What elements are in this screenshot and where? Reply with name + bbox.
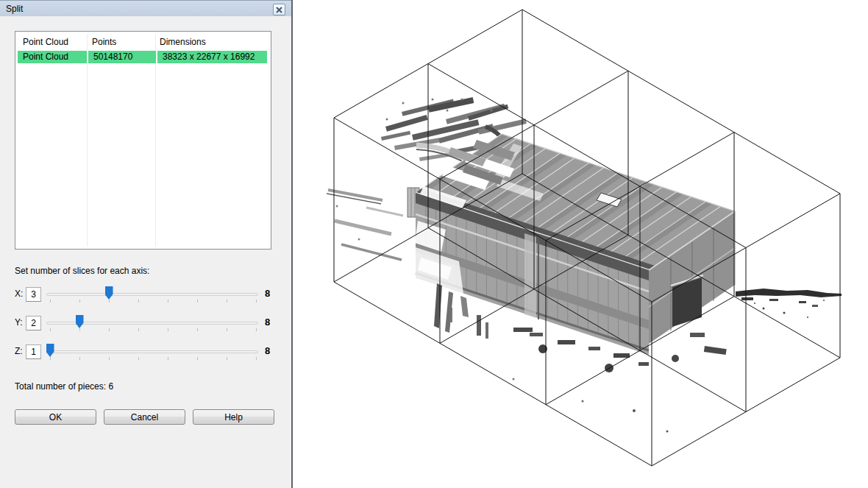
z-slider-track[interactable] — [46, 343, 258, 362]
slider-tick — [50, 328, 51, 331]
z-axis-label: Z: — [15, 343, 26, 356]
slider-tick — [197, 300, 198, 303]
scan-noise-planks — [327, 190, 403, 260]
x-slider-track[interactable] — [46, 286, 258, 305]
slider-tick — [197, 328, 198, 331]
column-separator[interactable] — [87, 34, 88, 247]
x-max-label: 8 — [265, 286, 270, 299]
row-dimensions: 38323 x 22677 x 16992 — [157, 51, 267, 63]
split-dialog: Split Point Cloud Points Dimensions — [0, 0, 293, 488]
column-separator[interactable] — [155, 34, 156, 247]
close-icon — [276, 7, 282, 13]
ok-button[interactable]: OK — [15, 409, 96, 425]
y-axis-label: Y: — [15, 314, 26, 328]
slider-tick — [138, 300, 139, 303]
slices-label: Set number of slices for each axis: — [15, 266, 149, 276]
slider-tick — [256, 328, 257, 331]
slider-row-z: Z: 1 8 — [0, 343, 293, 362]
table-header-row: Point Cloud Points Dimensions — [18, 34, 268, 50]
slider-tick — [168, 328, 168, 331]
x-value-field[interactable]: 3 — [26, 287, 41, 302]
slider-tick — [79, 328, 80, 331]
application-window: Split Point Cloud Points Dimensions — [0, 0, 868, 488]
slider-tick — [50, 357, 51, 360]
z-value-field[interactable]: 1 — [26, 344, 41, 359]
side-door — [524, 233, 536, 318]
help-button[interactable]: Help — [193, 409, 274, 425]
table-row[interactable]: Point Cloud 50148170 38323 x 22677 x 169… — [18, 51, 268, 63]
y-slider-track[interactable] — [46, 314, 258, 333]
slider-tick — [168, 357, 168, 360]
scan-noise-streak — [736, 289, 842, 318]
slider-tick — [227, 357, 227, 360]
x-slider-thumb[interactable] — [105, 286, 113, 300]
slider-tick — [50, 300, 51, 303]
point-cloud-table: Point Cloud Points Dimensions Point Clou… — [15, 31, 271, 250]
slider-tick — [79, 300, 80, 303]
column-header-dimensions[interactable]: Dimensions — [154, 37, 268, 47]
dialog-buttons: OK Cancel Help — [15, 409, 282, 425]
row-name: Point Cloud — [18, 51, 87, 63]
slider-tick — [109, 328, 110, 331]
z-max-label: 8 — [265, 343, 270, 356]
dialog-titlebar[interactable]: Split — [0, 0, 291, 16]
column-header-points[interactable]: Points — [87, 37, 154, 47]
cancel-button[interactable]: Cancel — [104, 409, 185, 425]
slider-row-x: X: 3 8 — [0, 286, 293, 305]
stray-points — [513, 378, 669, 433]
slider-tick — [227, 300, 227, 303]
point-cloud-render — [327, 97, 842, 432]
slider-tick — [109, 300, 110, 303]
z-slider-groove[interactable] — [46, 350, 258, 353]
slider-tick — [256, 300, 257, 303]
slider-row-y: Y: 2 8 — [0, 314, 293, 333]
y-slider-thumb[interactable] — [76, 315, 84, 328]
dialog-title: Split — [0, 4, 23, 14]
column-header-point-cloud[interactable]: Point Cloud — [18, 37, 87, 47]
slider-tick — [197, 357, 198, 360]
total-pieces-label: Total number of pieces: 6 — [15, 381, 113, 392]
slider-tick — [138, 357, 139, 360]
y-max-label: 8 — [265, 314, 270, 328]
close-button[interactable] — [273, 4, 285, 15]
x-axis-label: X: — [15, 286, 26, 299]
slider-tick — [79, 357, 80, 360]
viewport-3d[interactable] — [293, 0, 868, 488]
slider-tick — [168, 300, 168, 303]
y-value-field[interactable]: 2 — [26, 316, 41, 330]
z-slider-thumb[interactable] — [46, 344, 54, 357]
slider-tick — [227, 328, 227, 331]
slider-tick — [138, 328, 139, 331]
x-slider-groove[interactable] — [46, 293, 258, 296]
slider-tick — [256, 357, 257, 360]
row-points: 50148170 — [88, 51, 156, 63]
slider-tick — [109, 357, 110, 360]
